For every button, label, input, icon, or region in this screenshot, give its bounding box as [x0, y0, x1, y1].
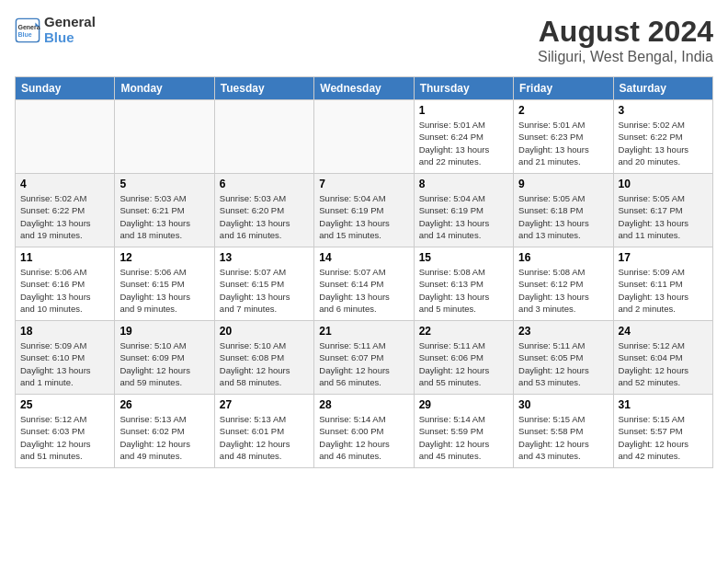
day-number: 31: [619, 398, 708, 411]
day-header-friday: Friday: [514, 77, 613, 100]
calendar-cell: 18Sunrise: 5:09 AM Sunset: 6:10 PM Dayli…: [16, 321, 115, 395]
day-info: Sunrise: 5:10 AM Sunset: 6:08 PM Dayligh…: [220, 339, 309, 388]
day-number: 23: [518, 325, 608, 338]
day-info: Sunrise: 5:04 AM Sunset: 6:19 PM Dayligh…: [319, 192, 408, 241]
subtitle: Siliguri, West Bengal, India: [538, 49, 713, 65]
calendar-cell: 14Sunrise: 5:07 AM Sunset: 6:14 PM Dayli…: [314, 247, 414, 321]
calendar-cell: 30Sunrise: 5:15 AM Sunset: 5:58 PM Dayli…: [514, 395, 613, 468]
day-number: 27: [220, 398, 309, 411]
day-header-sunday: Sunday: [16, 77, 115, 100]
calendar-cell: 31Sunrise: 5:15 AM Sunset: 5:57 PM Dayli…: [613, 395, 712, 468]
day-number: 14: [319, 251, 408, 264]
day-info: Sunrise: 5:02 AM Sunset: 6:22 PM Dayligh…: [20, 192, 109, 241]
day-info: Sunrise: 5:11 AM Sunset: 6:06 PM Dayligh…: [419, 339, 508, 388]
day-number: 6: [220, 178, 309, 190]
calendar-cell: 12Sunrise: 5:06 AM Sunset: 6:15 PM Dayli…: [115, 247, 214, 321]
day-header-thursday: Thursday: [414, 77, 513, 100]
day-number: 24: [619, 325, 708, 338]
calendar-table: SundayMondayTuesdayWednesdayThursdayFrid…: [15, 76, 713, 468]
calendar-cell: 22Sunrise: 5:11 AM Sunset: 6:06 PM Dayli…: [414, 321, 513, 395]
day-number: 11: [20, 251, 109, 264]
day-info: Sunrise: 5:13 AM Sunset: 6:01 PM Dayligh…: [220, 413, 309, 462]
calendar-cell: 23Sunrise: 5:11 AM Sunset: 6:05 PM Dayli…: [514, 321, 613, 395]
calendar-cell: 29Sunrise: 5:14 AM Sunset: 5:59 PM Dayli…: [414, 395, 513, 468]
day-header-saturday: Saturday: [613, 77, 712, 100]
day-info: Sunrise: 5:15 AM Sunset: 5:58 PM Dayligh…: [518, 413, 608, 462]
day-number: 25: [20, 398, 109, 411]
calendar-cell: [214, 100, 313, 174]
day-number: 29: [419, 398, 508, 411]
day-info: Sunrise: 5:12 AM Sunset: 6:03 PM Dayligh…: [20, 413, 109, 462]
logo-line1: General: [44, 15, 96, 30]
day-number: 21: [319, 325, 408, 338]
day-number: 18: [20, 325, 109, 338]
calendar-cell: 13Sunrise: 5:07 AM Sunset: 6:15 PM Dayli…: [214, 247, 313, 321]
calendar-cell: 2Sunrise: 5:01 AM Sunset: 6:23 PM Daylig…: [514, 100, 613, 174]
calendar-cell: 25Sunrise: 5:12 AM Sunset: 6:03 PM Dayli…: [16, 395, 115, 468]
calendar-cell: 7Sunrise: 5:04 AM Sunset: 6:19 PM Daylig…: [314, 174, 414, 247]
calendar-cell: 20Sunrise: 5:10 AM Sunset: 6:08 PM Dayli…: [214, 321, 313, 395]
calendar-cell: 21Sunrise: 5:11 AM Sunset: 6:07 PM Dayli…: [314, 321, 414, 395]
day-number: 15: [419, 251, 508, 264]
day-number: 1: [419, 104, 508, 117]
calendar-week-row: 4Sunrise: 5:02 AM Sunset: 6:22 PM Daylig…: [16, 174, 713, 247]
day-number: 2: [518, 104, 608, 117]
logo: General Blue General Blue: [15, 15, 96, 45]
day-info: Sunrise: 5:07 AM Sunset: 6:15 PM Dayligh…: [220, 266, 309, 315]
day-number: 30: [518, 398, 608, 411]
day-header-monday: Monday: [115, 77, 214, 100]
main-title: August 2024: [538, 15, 713, 49]
calendar-cell: 6Sunrise: 5:03 AM Sunset: 6:20 PM Daylig…: [214, 174, 313, 247]
logo-line2: Blue: [44, 30, 96, 46]
calendar-cell: 10Sunrise: 5:05 AM Sunset: 6:17 PM Dayli…: [613, 174, 712, 247]
day-header-wednesday: Wednesday: [314, 77, 414, 100]
calendar-week-row: 11Sunrise: 5:06 AM Sunset: 6:16 PM Dayli…: [16, 247, 713, 321]
day-info: Sunrise: 5:05 AM Sunset: 6:17 PM Dayligh…: [619, 192, 708, 241]
day-info: Sunrise: 5:06 AM Sunset: 6:16 PM Dayligh…: [20, 266, 109, 315]
calendar-cell: 24Sunrise: 5:12 AM Sunset: 6:04 PM Dayli…: [613, 321, 712, 395]
calendar-cell: 26Sunrise: 5:13 AM Sunset: 6:02 PM Dayli…: [115, 395, 214, 468]
day-info: Sunrise: 5:08 AM Sunset: 6:13 PM Dayligh…: [419, 266, 508, 315]
day-info: Sunrise: 5:03 AM Sunset: 6:20 PM Dayligh…: [220, 192, 309, 241]
svg-text:Blue: Blue: [18, 31, 32, 38]
calendar-week-row: 1Sunrise: 5:01 AM Sunset: 6:24 PM Daylig…: [16, 100, 713, 174]
day-number: 20: [220, 325, 309, 338]
day-info: Sunrise: 5:09 AM Sunset: 6:11 PM Dayligh…: [619, 266, 708, 315]
day-header-tuesday: Tuesday: [214, 77, 313, 100]
calendar-cell: 27Sunrise: 5:13 AM Sunset: 6:01 PM Dayli…: [214, 395, 313, 468]
day-number: 10: [619, 178, 708, 190]
calendar-body: 1Sunrise: 5:01 AM Sunset: 6:24 PM Daylig…: [16, 100, 713, 468]
day-info: Sunrise: 5:11 AM Sunset: 6:05 PM Dayligh…: [518, 339, 608, 388]
calendar-week-row: 18Sunrise: 5:09 AM Sunset: 6:10 PM Dayli…: [16, 321, 713, 395]
day-number: 16: [518, 251, 608, 264]
day-info: Sunrise: 5:01 AM Sunset: 6:24 PM Dayligh…: [419, 119, 508, 167]
calendar-cell: 1Sunrise: 5:01 AM Sunset: 6:24 PM Daylig…: [414, 100, 513, 174]
calendar-cell: 8Sunrise: 5:04 AM Sunset: 6:19 PM Daylig…: [414, 174, 513, 247]
calendar-cell: 17Sunrise: 5:09 AM Sunset: 6:11 PM Dayli…: [613, 247, 712, 321]
day-info: Sunrise: 5:11 AM Sunset: 6:07 PM Dayligh…: [319, 339, 408, 388]
day-number: 4: [20, 178, 109, 190]
calendar-cell: 15Sunrise: 5:08 AM Sunset: 6:13 PM Dayli…: [414, 247, 513, 321]
day-number: 3: [619, 104, 708, 117]
page-header: General Blue General Blue August 2024 Si…: [15, 15, 713, 65]
calendar-cell: 5Sunrise: 5:03 AM Sunset: 6:21 PM Daylig…: [115, 174, 214, 247]
calendar-cell: [16, 100, 115, 174]
day-info: Sunrise: 5:06 AM Sunset: 6:15 PM Dayligh…: [119, 266, 209, 315]
day-number: 7: [319, 178, 408, 190]
day-info: Sunrise: 5:08 AM Sunset: 6:12 PM Dayligh…: [518, 266, 608, 315]
calendar-cell: [115, 100, 214, 174]
day-info: Sunrise: 5:01 AM Sunset: 6:23 PM Dayligh…: [518, 119, 608, 167]
calendar-cell: 9Sunrise: 5:05 AM Sunset: 6:18 PM Daylig…: [514, 174, 613, 247]
day-info: Sunrise: 5:09 AM Sunset: 6:10 PM Dayligh…: [20, 339, 109, 388]
day-number: 22: [419, 325, 508, 338]
day-number: 26: [119, 398, 209, 411]
day-info: Sunrise: 5:04 AM Sunset: 6:19 PM Dayligh…: [419, 192, 508, 241]
calendar-cell: 3Sunrise: 5:02 AM Sunset: 6:22 PM Daylig…: [613, 100, 712, 174]
day-number: 19: [119, 325, 209, 338]
calendar-week-row: 25Sunrise: 5:12 AM Sunset: 6:03 PM Dayli…: [16, 395, 713, 468]
day-info: Sunrise: 5:12 AM Sunset: 6:04 PM Dayligh…: [619, 339, 708, 388]
day-info: Sunrise: 5:13 AM Sunset: 6:02 PM Dayligh…: [119, 413, 209, 462]
day-info: Sunrise: 5:14 AM Sunset: 6:00 PM Dayligh…: [319, 413, 408, 462]
calendar-cell: 4Sunrise: 5:02 AM Sunset: 6:22 PM Daylig…: [16, 174, 115, 247]
day-number: 8: [419, 178, 508, 190]
